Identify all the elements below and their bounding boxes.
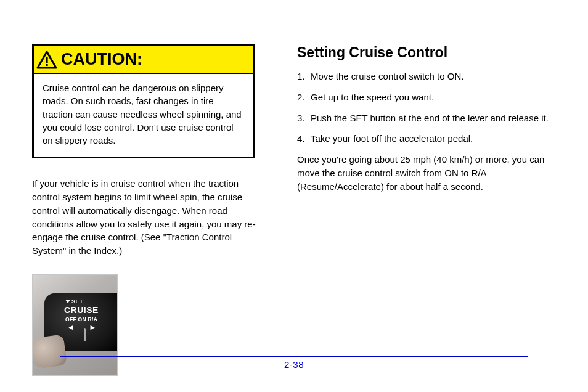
stalk-off-on-ra-label: OFF ON R/A — [65, 316, 97, 322]
step-3-text: Push the SET button at the end of the le… — [311, 113, 549, 123]
stalk-set-label: SET — [71, 298, 83, 304]
set-arrow-icon — [65, 300, 70, 303]
svg-rect-2 — [46, 64, 47, 66]
warning-icon — [36, 51, 57, 69]
caution-box: CAUTION: Cruise control can be dangerous… — [32, 44, 255, 158]
stalk-cruise-label: CRUISE — [64, 305, 99, 315]
resume-accelerate-text: Once you're going about 25 mph (40 km/h)… — [297, 153, 549, 193]
stalk-indicator-notch — [84, 328, 86, 341]
step-4: 4.Take your foot off the accelerator ped… — [297, 132, 549, 145]
svg-rect-1 — [46, 57, 47, 63]
page-footer: 2-38 — [0, 356, 588, 370]
step-2-text: Get up to the speed you want. — [311, 92, 434, 102]
step-3: 3.Push the SET button at the end of the … — [297, 112, 549, 125]
section-heading: Setting Cruise Control — [297, 44, 549, 61]
step-2: 2.Get up to the speed you want. — [297, 91, 549, 104]
page-number: 2-38 — [60, 356, 528, 370]
caution-label: CAUTION: — [61, 50, 142, 69]
step-1: 1.Move the cruise control switch to ON. — [297, 70, 549, 83]
traction-control-note: If your vehicle is in cruise control whe… — [32, 177, 260, 258]
caution-header: CAUTION: — [34, 46, 253, 74]
step-4-text: Take your foot off the accelerator pedal… — [311, 133, 473, 144]
caution-body-text: Cruise control can be dangerous on slipp… — [34, 74, 253, 157]
step-1-text: Move the cruise control switch to ON. — [311, 71, 463, 81]
